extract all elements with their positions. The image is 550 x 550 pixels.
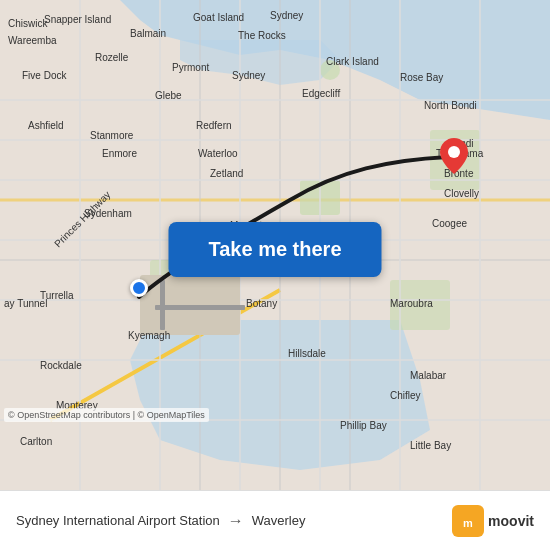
svg-rect-27: [155, 305, 245, 310]
svg-rect-10: [390, 280, 450, 330]
svg-rect-9: [320, 60, 340, 80]
route-arrow-icon: →: [228, 512, 244, 530]
route-origin: Sydney International Airport Station: [16, 513, 220, 528]
svg-point-28: [448, 146, 460, 158]
moovit-icon: m: [452, 505, 484, 537]
map-attribution: © OpenStreetMap contributors | © OpenMap…: [4, 408, 209, 422]
route-info: Sydney International Airport Station → W…: [16, 512, 452, 530]
moovit-name: moovit: [488, 513, 534, 529]
route-destination: Waverley: [252, 513, 306, 528]
origin-pin: [130, 279, 148, 297]
map-container: ChiswickSnapper IslandGoat IslandSydneyW…: [0, 0, 550, 490]
svg-text:m: m: [463, 517, 473, 529]
destination-pin: [440, 138, 468, 178]
moovit-logo: m moovit: [452, 505, 534, 537]
bottom-bar: Sydney International Airport Station → W…: [0, 490, 550, 550]
take-me-there-button[interactable]: Take me there: [168, 222, 381, 277]
